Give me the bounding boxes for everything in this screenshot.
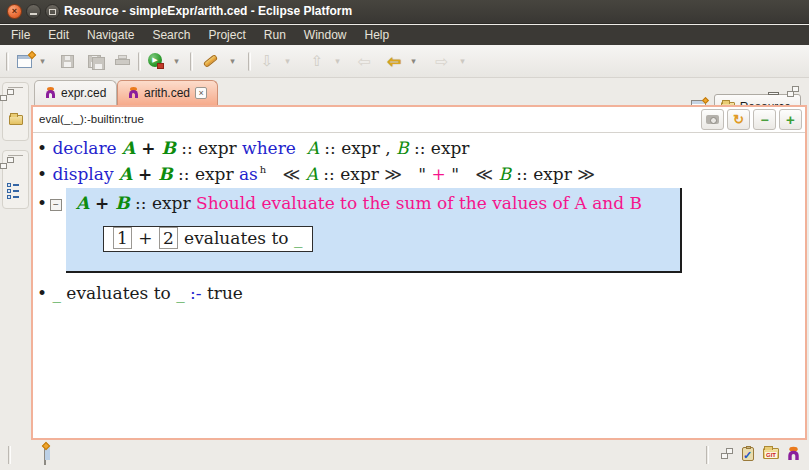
text-segment: + — [132, 164, 158, 184]
evaluation-result-box: 1 + 2 evaluates to _ — [103, 226, 313, 252]
forward-button[interactable]: ⇨ — [430, 49, 454, 73]
previous-annotation-button[interactable]: ⇧ — [305, 49, 329, 73]
text-segment: :: expr — [318, 164, 384, 184]
text-segment: 2 — [159, 227, 178, 249]
status-drag-handle[interactable] — [8, 446, 11, 464]
window-minimize-icon — [30, 13, 37, 15]
save-button[interactable] — [55, 49, 79, 73]
project-explorer-icon — [9, 115, 23, 125]
restore-view-button[interactable] — [7, 163, 24, 179]
text-segment: where — [242, 138, 296, 158]
window-close-button[interactable]: × — [7, 4, 22, 19]
toolbar-drag-handle[interactable] — [248, 52, 251, 71]
text-segment: A — [306, 164, 318, 184]
add-button[interactable]: + — [779, 109, 802, 130]
previous-annotation-dropdown[interactable]: ▾ — [331, 49, 344, 73]
menu-search[interactable]: Search — [143, 26, 199, 44]
last-edit-location-icon: ⇦ — [357, 52, 370, 71]
editor-minimize-button[interactable] — [768, 92, 779, 95]
next-annotation-icon: ⇩ — [261, 52, 274, 70]
text-segment: A — [76, 193, 89, 213]
main-toolbar: ▾ ▶ ▾ ▾ ⇩ ▾ ⇧ ▾ ⇦ ⇦ ▾ ⇨ ▾ Resource — [0, 45, 809, 78]
restore-view-button[interactable] — [7, 95, 24, 111]
save-all-icon — [88, 55, 101, 68]
project-explorer-button[interactable] — [7, 115, 24, 131]
tab-close-button[interactable]: × — [195, 87, 207, 99]
text-segment: _ — [294, 228, 303, 248]
tab-label: expr.ced — [61, 86, 106, 100]
text-segment: B — [115, 193, 129, 213]
git-repositories-icon[interactable]: GIT — [763, 448, 779, 459]
text-segment: :: expr — [173, 164, 239, 184]
new-wizard-icon — [17, 55, 32, 68]
print-button[interactable] — [110, 49, 134, 73]
snapshot-button[interactable] — [701, 109, 724, 130]
refresh-button[interactable]: ↻ — [727, 109, 750, 130]
text-segment: • — [37, 283, 52, 303]
evaluates-rule-line: • _ evaluates to _ :- true — [37, 283, 243, 303]
title-bar: × Resource - simpleExpr/arith.ced - Ecli… — [0, 0, 809, 24]
text-segment: B — [161, 138, 175, 158]
status-drag-handle[interactable] — [706, 446, 709, 464]
menu-window[interactable]: Window — [295, 26, 356, 44]
save-all-button[interactable] — [82, 49, 106, 73]
text-segment: + — [432, 164, 446, 184]
restore-view-icon[interactable] — [721, 448, 733, 459]
text-segment: :: expr — [130, 193, 196, 213]
next-annotation-button[interactable]: ⇩ — [255, 49, 279, 73]
window-maximize-button[interactable] — [45, 4, 60, 19]
text-segment: 1 — [113, 227, 132, 249]
menu-navigate[interactable]: Navigate — [78, 26, 143, 44]
text-segment: B — [158, 164, 172, 184]
toolbar-drag-handle[interactable] — [6, 52, 9, 71]
next-annotation-dropdown[interactable]: ▾ — [281, 49, 294, 73]
tab-arith-ced[interactable]: arith.ced × — [117, 80, 218, 105]
text-segment: A — [122, 138, 135, 158]
collapse-region-toggle[interactable]: − — [50, 199, 62, 211]
new-wizard-button[interactable] — [12, 49, 36, 73]
fast-view-group-outline — [2, 150, 29, 209]
run-icon: ▶ — [148, 53, 164, 69]
text-segment: evaluates to — [61, 283, 176, 303]
evaluation-block: A + B :: expr Should evaluate to the sum… — [66, 188, 682, 273]
text-segment: ≫ — [577, 164, 595, 184]
run-button[interactable]: ▶ — [144, 49, 168, 73]
text-segment: :- — [190, 283, 207, 303]
menu-run[interactable]: Run — [255, 26, 295, 44]
tab-expr-ced[interactable]: expr.ced — [34, 80, 117, 105]
menu-project[interactable]: Project — [199, 26, 254, 44]
fast-view-icon — [44, 446, 46, 465]
last-edit-location-button[interactable]: ⇦ — [352, 49, 376, 73]
fast-view-button[interactable] — [44, 447, 46, 465]
tasks-icon[interactable]: ✓ — [742, 447, 754, 461]
text-segment: _ — [176, 283, 185, 303]
run-dropdown[interactable]: ▾ — [170, 49, 183, 73]
editor-panel: eval(_,_):-builtin:true ↻ − + • declare … — [31, 105, 807, 440]
text-segment: ≫ — [384, 164, 402, 184]
cedille-icon[interactable] — [787, 446, 800, 460]
new-wizard-dropdown[interactable]: ▾ — [36, 49, 49, 73]
editor-area: expr.ced arith.ced × eval(_,_):-builtin:… — [31, 79, 807, 440]
tab-label: arith.ced — [144, 86, 190, 100]
menu-file[interactable]: File — [2, 26, 39, 44]
editor-maximize-button[interactable] — [787, 86, 799, 97]
window-minimize-button[interactable] — [26, 4, 41, 19]
menu-edit[interactable]: Edit — [39, 26, 78, 44]
remove-icon: − — [760, 112, 768, 128]
outline-view-button[interactable] — [7, 183, 24, 199]
forward-dropdown[interactable]: ▾ — [456, 49, 469, 73]
text-segment: true — [207, 283, 243, 303]
back-button[interactable]: ⇦ — [382, 49, 406, 73]
status-trim-icons: ✓ GIT — [721, 446, 799, 461]
toolbar-drag-handle[interactable] — [138, 52, 141, 71]
window-close-icon: × — [12, 6, 17, 16]
add-icon: + — [786, 111, 795, 128]
menu-help[interactable]: Help — [356, 26, 399, 44]
external-tools-button[interactable] — [198, 49, 222, 73]
external-tools-dropdown[interactable]: ▾ — [226, 49, 239, 73]
back-dropdown[interactable]: ▾ — [407, 49, 420, 73]
text-segment: _ — [52, 283, 61, 303]
toolbar-drag-handle[interactable] — [190, 52, 193, 71]
remove-button[interactable]: − — [753, 109, 776, 130]
text-segment: A — [119, 164, 132, 184]
